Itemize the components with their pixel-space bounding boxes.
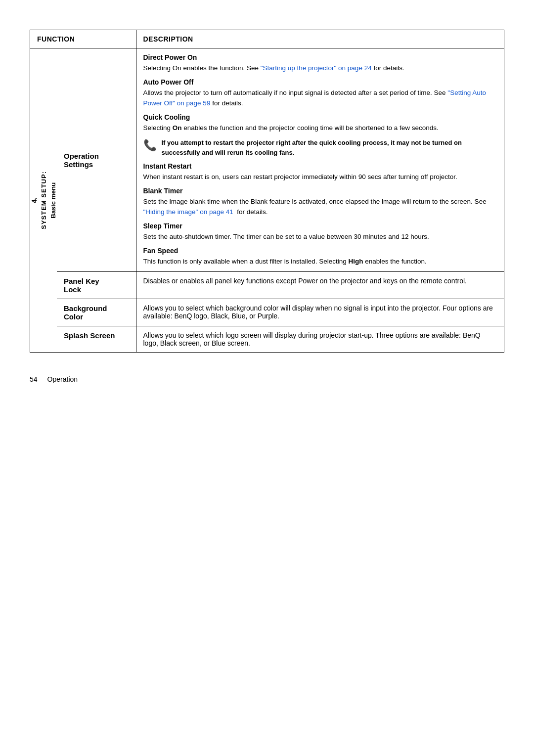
panel-key-lock-function: Panel KeyLock [57, 272, 136, 299]
splash-screen-desc-text: Allows you to select which logo screen w… [143, 331, 481, 347]
quick-cooling-title: Quick Cooling [143, 113, 497, 121]
page-footer: 54 Operation [30, 372, 504, 383]
fan-speed-desc: This function is only available when a d… [143, 257, 497, 267]
direct-power-on-desc: Selecting On enables the function. See "… [143, 63, 497, 73]
sidebar-sub-text: Basic menu [49, 182, 57, 219]
background-color-desc-text: Allows you to select which background co… [143, 304, 493, 320]
operation-settings-label: OperationSettings [64, 152, 99, 169]
splash-screen-function: Splash Screen [57, 326, 136, 353]
background-color-label: BackgroundColor [64, 304, 107, 321]
sleep-timer-desc: Sets the auto-shutdown timer. The timer … [143, 232, 497, 242]
table-row-splash-screen: Splash Screen Allows you to select which… [30, 326, 504, 353]
auto-power-off-link: "Setting Auto Power Off" on page 59 [143, 89, 486, 106]
quick-cooling-desc: Selecting On enables the function and th… [143, 123, 497, 133]
panel-key-lock-label: Panel KeyLock [64, 277, 99, 294]
sleep-timer-title: Sleep Timer [143, 222, 497, 230]
footer-section: Operation [47, 375, 78, 383]
function-header: FUNCTION [30, 30, 136, 48]
background-color-function: BackgroundColor [57, 299, 136, 326]
blank-timer-link: "Hiding the image" on page 41 [143, 208, 233, 216]
table-row-panel-key-lock: Panel KeyLock Disables or enables all pa… [30, 272, 504, 299]
note-icon: 📞 [143, 139, 157, 152]
direct-power-on-title: Direct Power On [143, 53, 497, 61]
description-header: DESCRIPTION [136, 30, 504, 48]
panel-key-lock-desc-text: Disables or enables all panel key functi… [143, 277, 467, 285]
panel-key-lock-description: Disables or enables all panel key functi… [136, 272, 504, 299]
blank-timer-desc: Sets the image blank time when the Blank… [143, 197, 497, 217]
function-header-text: FUNCTION [37, 35, 75, 43]
footer-page-number: 54 [30, 375, 38, 383]
splash-screen-label: Splash Screen [64, 331, 115, 340]
sidebar-number: 4. [30, 197, 38, 203]
auto-power-off-title: Auto Power Off [143, 78, 497, 86]
sidebar-cell: 4. SYSTEM SETUP: Basic menu [30, 48, 57, 353]
sidebar-label: 4. SYSTEM SETUP: Basic menu [30, 171, 57, 229]
page-container: FUNCTION DESCRIPTION 4. SYSTEM SETUP: Ba… [30, 30, 504, 383]
quick-cooling-note: 📞 If you attempt to restart the projecto… [143, 138, 497, 157]
direct-power-on-link: "Starting up the projector" on page 24 [261, 64, 372, 72]
splash-screen-description: Allows you to select which logo screen w… [136, 326, 504, 353]
blank-timer-title: Blank Timer [143, 187, 497, 195]
table-row-background-color: BackgroundColor Allows you to select whi… [30, 299, 504, 326]
instant-restart-title: Instant Restart [143, 162, 497, 170]
fan-speed-title: Fan Speed [143, 247, 497, 255]
main-table: FUNCTION DESCRIPTION 4. SYSTEM SETUP: Ba… [30, 30, 504, 353]
operation-settings-function: OperationSettings [57, 48, 136, 272]
instant-restart-desc: When instant restart is on, users can re… [143, 172, 497, 182]
auto-power-off-desc: Allows the projector to turn off automat… [143, 88, 497, 108]
background-color-description: Allows you to select which background co… [136, 299, 504, 326]
note-text: If you attempt to restart the projector … [162, 138, 497, 157]
description-header-text: DESCRIPTION [143, 35, 193, 43]
sidebar-main-text: SYSTEM SETUP: [40, 171, 47, 229]
operation-settings-description: Direct Power On Selecting On enables the… [136, 48, 504, 272]
table-row-main: 4. SYSTEM SETUP: Basic menu OperationSet… [30, 48, 504, 272]
